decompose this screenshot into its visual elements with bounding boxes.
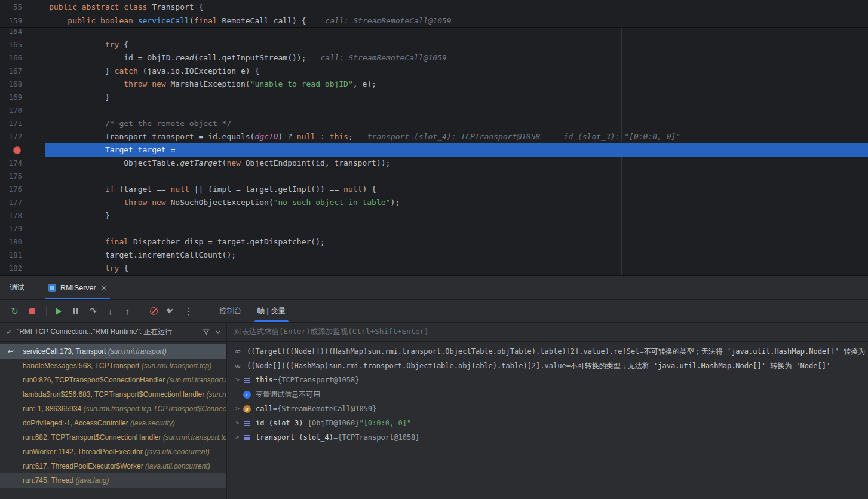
breakpoint-gutter[interactable] — [0, 143, 45, 157]
variable-name: this — [256, 373, 273, 387]
code-text[interactable]: try { — [45, 262, 868, 275]
code-text[interactable] — [45, 28, 868, 38]
stack-frame-row[interactable]: run:617, ThreadPoolExecutor$Worker (java… — [0, 459, 226, 473]
watch-row[interactable]: ((Target)((Node[])((HashMap)sun.rmi.tran… — [227, 344, 868, 359]
code-text[interactable]: try { — [45, 38, 868, 51]
code-text[interactable]: target.incrementCallCount(); — [45, 249, 868, 262]
inline-debug-hint: transport (slot_4): TCPTransport@1058 id… — [367, 132, 680, 141]
step-over-icon[interactable]: ↷ — [85, 304, 100, 319]
evaluate-expression-input[interactable]: 对表达式求值(Enter)或添加监视(Ctrl+Shift+Enter) — [227, 323, 868, 341]
line-number[interactable]: 170 — [0, 104, 45, 117]
code-text[interactable]: id = ObjID.read(call.getInputStream());c… — [45, 51, 868, 65]
line-number[interactable]: 169 — [0, 91, 45, 104]
toolbar-separator — [142, 307, 142, 316]
line-number[interactable]: 180 — [0, 235, 45, 249]
toolwindow-title-debug[interactable]: 调试 — [10, 283, 24, 293]
code-text[interactable] — [45, 170, 868, 183]
dropdown-chevron-icon[interactable] — [214, 329, 222, 336]
variable-row[interactable]: >transport (slot_4) = {TCPTransport@1058… — [227, 430, 868, 445]
frame-package: (sun.rmi.transport.tcp) — [204, 390, 226, 399]
code-text[interactable]: Target target = — [45, 143, 868, 157]
variable-icon — [242, 433, 251, 442]
expand-chevron-icon[interactable]: > — [233, 430, 242, 445]
line-number[interactable]: 164 — [0, 28, 45, 38]
filter-icon[interactable] — [203, 329, 210, 336]
view-tab-frames-variables[interactable]: 帧 | 变量 — [250, 300, 294, 322]
stack-frame-row[interactable]: run:682, TCPTransport$ConnectionHandler … — [0, 430, 226, 445]
frame-package: (sun.rmi.transport.tcp) — [161, 433, 226, 442]
ide-window: 55public abstract class Transport {159 p… — [0, 0, 868, 499]
line-number[interactable]: 168 — [0, 78, 45, 91]
stack-frame-row[interactable]: handleMessages:568, TCPTransport (sun.rm… — [0, 359, 226, 373]
line-number[interactable]: 175 — [0, 170, 45, 183]
editor-lines: 164165 try {166 id = ObjID.read(call.get… — [0, 28, 868, 275]
expand-chevron-icon[interactable]: > — [233, 416, 242, 430]
line-number[interactable]: 172 — [0, 130, 45, 143]
code-text[interactable]: if (target == null || (impl = target.get… — [45, 183, 868, 196]
thread-selector[interactable]: ✓ "RMI TCP Connection..."RMI Runtime": 正… — [0, 323, 227, 341]
variable-row[interactable]: >id (slot_3) = {ObjID@1060} "[0:0:0, 0]" — [227, 416, 868, 430]
line-number[interactable]: 179 — [0, 222, 45, 235]
stack-frame-row[interactable]: run:745, Thread (java.lang) — [0, 473, 226, 488]
line-number[interactable]: 171 — [0, 117, 45, 130]
code-text[interactable]: } catch (java.io.IOException e) { — [45, 65, 868, 78]
code-text[interactable]: throw new MarshalException("unable to re… — [45, 78, 868, 91]
stack-frame-row[interactable]: runWorker:1142, ThreadPoolExecutor (java… — [0, 445, 226, 459]
line-number[interactable]: 165 — [0, 38, 45, 51]
code-editor[interactable]: 55public abstract class Transport {159 p… — [0, 0, 868, 276]
stop-icon[interactable] — [24, 304, 39, 319]
pause-icon[interactable] — [68, 304, 83, 319]
code-line: 181 target.incrementCallCount(); — [0, 249, 868, 262]
expand-chevron-icon[interactable]: > — [233, 373, 242, 387]
breakpoint-icon[interactable] — [13, 146, 21, 154]
tab-rmiserver[interactable]: RMIServer × — [41, 276, 114, 299]
expand-chevron-icon[interactable]: > — [233, 402, 242, 416]
code-text[interactable]: } — [45, 91, 868, 104]
line-number[interactable]: 178 — [0, 209, 45, 222]
line-number[interactable]: 181 — [0, 249, 45, 262]
view-tab-console[interactable]: 控制台 — [211, 300, 250, 322]
code-text[interactable]: public abstract class Transport { — [45, 0, 868, 14]
stack-frame-row[interactable]: doPrivileged:-1, AccessController (java.… — [0, 416, 226, 430]
code-line: 164 — [0, 28, 868, 38]
variable-row[interactable]: >call = {StreamRemoteCall@1059} — [227, 402, 868, 416]
code-text[interactable] — [45, 222, 868, 235]
stack-frame-row[interactable]: run:-1, 886365934 (sun.rmi.transport.tcp… — [0, 402, 226, 416]
frame-package: (sun.rmi.transport.tcp) — [165, 376, 226, 384]
frame-package: (sun.rmi.transport) — [106, 347, 166, 356]
stack-frame-row[interactable]: ↩serviceCall:173, Transport (sun.rmi.tra… — [0, 344, 226, 359]
code-text[interactable]: } — [45, 209, 868, 222]
code-text[interactable]: ObjectTable.getTarget(new ObjectEndpoint… — [45, 157, 868, 170]
close-tab-icon[interactable]: × — [102, 283, 106, 293]
code-text[interactable] — [45, 104, 868, 117]
step-out-icon[interactable]: ↑ — [120, 304, 135, 319]
mute-breakpoints-icon[interactable] — [146, 304, 161, 319]
rerun-icon[interactable]: ↻ — [7, 304, 22, 319]
code-text[interactable]: final Dispatcher disp = target.getDispat… — [45, 235, 868, 249]
watch-icon — [233, 361, 243, 371]
line-number[interactable]: 174 — [0, 157, 45, 170]
line-number[interactable]: 176 — [0, 183, 45, 196]
variable-row[interactable]: >this = {TCPTransport@1058} — [227, 373, 868, 387]
line-number[interactable]: 166 — [0, 51, 45, 65]
code-text[interactable]: /* get the remote object */ — [45, 117, 868, 130]
equals-separator: = — [566, 359, 571, 373]
line-number[interactable]: 159 — [0, 14, 45, 27]
line-number[interactable]: 167 — [0, 65, 45, 78]
stack-frame-row[interactable]: run0:826, TCPTransport$ConnectionHandler… — [0, 373, 226, 387]
line-number[interactable]: 182 — [0, 262, 45, 275]
thread-status-text: "RMI TCP Connection..."RMI Runtime": 正在运… — [17, 327, 198, 337]
step-into-icon[interactable]: ↓ — [103, 304, 118, 319]
code-text[interactable]: public boolean serviceCall(final RemoteC… — [45, 14, 868, 27]
resume-icon[interactable] — [51, 304, 66, 319]
clean-icon[interactable] — [164, 304, 179, 319]
code-text[interactable]: Transport transport = id.equals(dgcID) ?… — [45, 130, 868, 143]
line-number[interactable]: 55 — [0, 0, 45, 14]
stack-frame-row[interactable]: lambda$run$256:683, TCPTransport$Connect… — [0, 387, 226, 402]
line-number[interactable]: 177 — [0, 196, 45, 209]
watch-row[interactable]: ((Node[])((HashMap)sun.rmi.transport.Obj… — [227, 359, 868, 373]
watch-icon — [233, 347, 243, 356]
code-text[interactable]: throw new NoSuchObjectException("no such… — [45, 196, 868, 209]
more-options-icon[interactable]: ⋮ — [181, 304, 196, 319]
frame-method: handleMessages:568, TCPTransport — [23, 362, 139, 370]
